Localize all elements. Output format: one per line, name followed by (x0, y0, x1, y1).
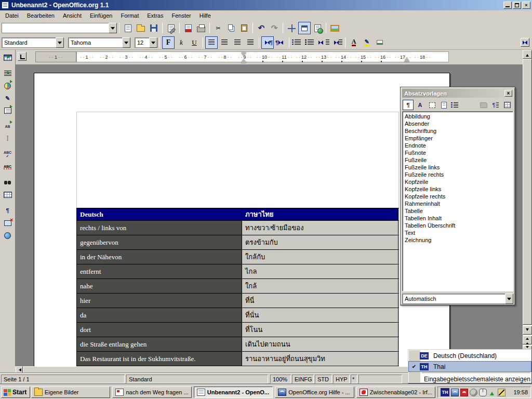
updater-tray-icon[interactable] (488, 389, 496, 396)
align-left-button[interactable] (205, 36, 218, 49)
german-cell[interactable]: rechts / links von (77, 221, 242, 235)
vertical-scroll-thumb[interactable] (523, 59, 532, 325)
previous-page-button[interactable] (523, 336, 532, 344)
url-dropdown-button[interactable] (109, 23, 117, 33)
thai-cell[interactable]: ที่โนน (242, 323, 398, 337)
autotext-button[interactable]: AB (2, 120, 14, 132)
style-list-item[interactable]: Empfänger (403, 135, 512, 142)
german-cell[interactable]: dort (77, 323, 242, 337)
table-row[interactable]: nahe ใกล้ (77, 279, 399, 294)
style-list-item[interactable]: Fußzeile (403, 156, 512, 164)
show-input-locale-bar-item[interactable]: Eingabegebietsschemaleiste anzeigen (408, 374, 531, 384)
style-list-item[interactable]: Fußnote (403, 149, 512, 156)
taskbar-window-button[interactable]: Eigene Bilder (31, 387, 110, 398)
hyperlink-mode-indicator[interactable]: HYP (333, 375, 350, 383)
font-dropdown-button[interactable] (122, 37, 130, 48)
menu-item[interactable]: Bearbeiten (23, 11, 59, 20)
frame-styles-button[interactable] (427, 100, 437, 110)
taskbar-window-button[interactable]: nach dem Weg fragen ... (112, 387, 191, 398)
stylist-titlebar[interactable]: Absatzvorlagen × (402, 89, 513, 98)
input-language-indicator[interactable]: TH (441, 388, 449, 396)
graphics-onoff-button[interactable] (2, 217, 14, 229)
paragraph-style-combobox[interactable]: Standard (2, 37, 64, 48)
translation-table[interactable]: Deutsch ภาษาไทย rechts / links von ทางขว… (76, 208, 399, 366)
find-button[interactable] (2, 176, 14, 189)
bullet-list-button[interactable] (304, 36, 317, 49)
spellcheck-button[interactable]: ABC✓ (2, 148, 14, 161)
german-cell[interactable]: nahe (77, 279, 242, 293)
table-row[interactable]: da ที่นั่น (77, 308, 399, 323)
menu-item[interactable]: Ansicht (59, 11, 86, 20)
table-row[interactable]: in der Nähevon ใกล้กับ (77, 250, 399, 264)
thai-cell[interactable]: ไกล (242, 264, 398, 278)
style-list-item[interactable]: Zeichnung (403, 236, 512, 244)
selection-mode-indicator[interactable]: STD (315, 375, 332, 383)
style-list-item[interactable]: Tabellen Inhalt (403, 215, 512, 222)
new-document-button[interactable] (122, 22, 134, 34)
style-list-item[interactable]: Endnote (403, 142, 512, 149)
scroll-left-button[interactable] (16, 366, 23, 374)
german-cell[interactable]: die Straße entlang gehen (77, 337, 242, 351)
german-cell[interactable]: in der Nähevon (77, 250, 242, 264)
draw-functions-button[interactable]: ✎ (2, 92, 14, 104)
stylist-window[interactable]: Absatzvorlagen × ¶ A ¶ Abbildung Absende… (400, 87, 515, 305)
scroll-up-button[interactable] (523, 50, 532, 59)
export-pdf-button[interactable] (182, 22, 194, 34)
insert-table-button[interactable] (2, 51, 14, 64)
numbering-styles-button[interactable] (450, 100, 461, 110)
table-header-german[interactable]: Deutsch (77, 208, 242, 220)
thai-cell[interactable]: ตรงข้ามกับ (242, 235, 398, 249)
paste-button[interactable] (238, 22, 250, 34)
open-button[interactable] (135, 22, 147, 34)
table-header-thai[interactable]: ภาษาไทย (242, 208, 398, 220)
mouse-tray-icon[interactable] (479, 389, 487, 396)
font-color-button[interactable]: A (348, 36, 360, 49)
data-sources-button[interactable] (2, 189, 14, 201)
style-list-item[interactable]: Absender (403, 120, 512, 127)
edit-file-button[interactable] (165, 22, 177, 34)
paragraph-styles-button[interactable]: ¶ (403, 100, 414, 110)
table-row[interactable]: gegenübervon ตรงข้ามกับ (77, 235, 399, 250)
menu-item[interactable]: Datei (1, 11, 23, 20)
menu-item[interactable]: Hilfe (195, 11, 215, 20)
taskbar-window-button[interactable]: Zwischenablage02 - Irf... (356, 387, 435, 398)
insert-object-button[interactable] (2, 79, 14, 92)
new-style-from-selection-button[interactable]: ¶ (490, 100, 501, 110)
style-list-item[interactable]: Beschriftung (403, 127, 512, 135)
table-row[interactable]: Das Restaurant ist in der Sukhumvitstraß… (77, 352, 399, 366)
volume-tray-icon[interactable] (470, 389, 477, 396)
align-right-button[interactable] (231, 36, 244, 49)
style-filter-dropdown-button[interactable] (505, 294, 513, 304)
style-list-item[interactable]: Fußzeile links (403, 164, 512, 171)
style-list-item[interactable]: Kopfzeile (403, 178, 512, 185)
online-layout-button[interactable] (2, 229, 14, 242)
bold-button[interactable]: F (162, 36, 175, 49)
taskbar-clock[interactable]: 19:58 (513, 389, 528, 395)
page-style-indicator[interactable]: Standard (126, 375, 268, 383)
cut-button[interactable]: ✂ (212, 22, 224, 34)
stylist-close-button[interactable]: × (504, 90, 512, 97)
copy-button[interactable] (225, 22, 237, 34)
style-list-item[interactable]: Fußzeile rechts (403, 171, 512, 178)
increase-indent-button[interactable] (330, 36, 343, 49)
tab-type-selector[interactable] (18, 52, 26, 61)
align-justify-button[interactable] (244, 36, 257, 49)
hyperlink-button[interactable] (311, 22, 324, 34)
font-name-combobox[interactable]: Tahoma (68, 37, 130, 48)
table-row[interactable]: entfernt ไกล (77, 264, 399, 279)
german-cell[interactable]: gegenübervon (77, 235, 242, 249)
undo-button[interactable]: ↶ (255, 22, 268, 34)
thai-cell[interactable]: ทางขวา/ซ้ายมือของ (242, 221, 398, 235)
thai-cell[interactable]: ที่นั่น (242, 308, 398, 322)
style-list-item[interactable]: Rahmeninhalt (403, 200, 512, 207)
insert-fields-button[interactable] (2, 67, 14, 79)
page-indicator[interactable]: Seite 1 / 1 (1, 375, 125, 383)
menu-item[interactable]: Einfügen (86, 11, 116, 20)
insert-mode-indicator[interactable]: EINFG (292, 375, 314, 383)
antivirus-tray-icon[interactable] (460, 389, 468, 396)
indent-marker[interactable] (241, 52, 246, 63)
restore-button[interactable] (513, 2, 521, 9)
thai-cell[interactable]: ใกล้ (242, 279, 398, 293)
style-filter-combobox[interactable]: Automatisch (402, 294, 513, 304)
nonprinting-characters-button[interactable]: ¶ (2, 204, 14, 217)
